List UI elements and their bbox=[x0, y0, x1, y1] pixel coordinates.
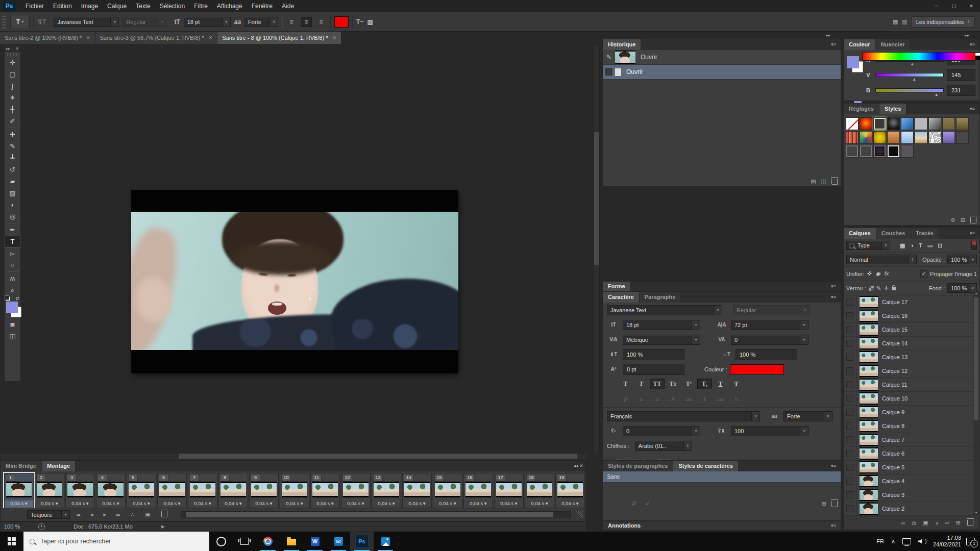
style-purple[interactable] bbox=[942, 131, 955, 144]
style-dark-knob[interactable] bbox=[887, 117, 900, 130]
filter-icon-3[interactable]: ▭ bbox=[927, 242, 933, 249]
task-view-button[interactable] bbox=[233, 532, 256, 551]
lock-position-icon[interactable]: ✛ bbox=[884, 285, 889, 292]
workspace-list-icon[interactable]: ▥ bbox=[902, 18, 907, 25]
pen-tool[interactable]: ✒ bbox=[5, 224, 20, 236]
vertical-scroll-thumb[interactable] bbox=[594, 132, 599, 265]
opentype-button-2[interactable]: st bbox=[650, 394, 665, 404]
dock-collapse-icon-2[interactable]: ▸▸ bbox=[965, 33, 969, 38]
vertical-scale-field[interactable]: 100 % bbox=[623, 349, 684, 360]
horizontal-scrollbar[interactable] bbox=[0, 453, 588, 460]
char-font-style-select[interactable]: Regular ▾ bbox=[733, 305, 810, 315]
frame-12[interactable]: 120,04 s ▾ bbox=[341, 473, 371, 508]
dodge-tool[interactable]: ◎ bbox=[5, 211, 20, 222]
tab-styles[interactable]: Styles bbox=[879, 104, 906, 114]
path-selection-tool[interactable]: ▻ bbox=[5, 247, 20, 259]
magic-wand-tool[interactable]: ✶ bbox=[5, 92, 20, 104]
quick-mask-button[interactable]: ◙ bbox=[5, 318, 20, 330]
frame-duration-select[interactable]: 0,04 s ▾ bbox=[127, 500, 156, 508]
start-button[interactable] bbox=[0, 532, 23, 551]
menu-item-sélection[interactable]: Sélection bbox=[155, 0, 189, 12]
layer-visibility-toggle[interactable] bbox=[844, 488, 856, 502]
font-style-select[interactable]: Regular ▾ bbox=[122, 17, 166, 27]
type-tool[interactable]: T bbox=[5, 236, 20, 247]
options-grip[interactable] bbox=[2, 15, 6, 29]
status-menu-arrow[interactable]: ▶ bbox=[161, 524, 165, 529]
hand-tool[interactable]: ʍ bbox=[5, 272, 20, 284]
layer-visibility-toggle[interactable] bbox=[844, 337, 856, 350]
font-family-select[interactable]: Javanese Text ▾ bbox=[54, 17, 119, 27]
opentype-button-3[interactable]: A bbox=[666, 394, 680, 404]
frame-11[interactable]: 110,04 s ▾ bbox=[310, 473, 340, 508]
play-button[interactable]: ▸ bbox=[99, 511, 111, 518]
leading-select[interactable]: 72 pt ▾ bbox=[731, 320, 808, 330]
frame-16[interactable]: 160,04 s ▾ bbox=[463, 473, 493, 508]
zoom-tool[interactable]: ⌕ bbox=[5, 284, 20, 296]
clock[interactable]: 17:03 24/02/2021 bbox=[930, 535, 964, 548]
layer-row[interactable]: Calque 8 bbox=[844, 419, 979, 433]
style-metal[interactable] bbox=[928, 117, 941, 130]
toggle-panels-icon[interactable]: ▥ bbox=[367, 18, 373, 26]
document-tab-3[interactable]: Sans titre - 8 @ 100% (Calque 1, RVB/8) … bbox=[217, 32, 341, 44]
frame-duration-select[interactable]: 0,04 s ▾ bbox=[372, 500, 401, 508]
delete-frame-button[interactable] bbox=[157, 511, 172, 518]
anti-alias-select[interactable]: Forte ⇕ bbox=[244, 17, 278, 27]
maximize-button[interactable]: ◻ bbox=[945, 1, 963, 12]
align-left-button[interactable]: ≡ bbox=[286, 17, 297, 27]
frame-duration-select[interactable]: 0,04 s ▾ bbox=[341, 500, 370, 508]
channel-slider[interactable]: ▲ bbox=[875, 88, 944, 92]
network-icon[interactable] bbox=[899, 532, 915, 551]
dock-collapse-icon[interactable]: ▸▸ bbox=[826, 33, 830, 38]
frame-1[interactable]: 10,04 s ▾ bbox=[4, 473, 34, 508]
cortana-button[interactable] bbox=[209, 532, 233, 551]
scroll-down-icon[interactable]: ▾ bbox=[973, 511, 979, 515]
lock-transparency-icon[interactable] bbox=[869, 286, 874, 291]
menu-item-fenêtre[interactable]: Fenêtre bbox=[247, 0, 277, 12]
underline-button[interactable]: T bbox=[713, 379, 728, 389]
current-tool-button[interactable]: T ▾ bbox=[10, 15, 30, 29]
style-black-frame[interactable] bbox=[887, 145, 900, 158]
frame-4[interactable]: 40,04 s ▾ bbox=[96, 473, 126, 508]
photos-button[interactable] bbox=[374, 532, 397, 551]
history-step[interactable]: ✎Ouvrir bbox=[603, 50, 841, 65]
layers-scrollbar[interactable]: ▴ ▾ bbox=[973, 291, 979, 515]
layer-visibility-toggle[interactable] bbox=[844, 447, 856, 460]
layer-visibility-toggle[interactable] bbox=[844, 474, 856, 488]
layer-row[interactable]: Calque 5 bbox=[844, 461, 979, 474]
layer-row[interactable]: Calque 12 bbox=[844, 364, 979, 378]
tab-montage[interactable]: Montage bbox=[42, 461, 76, 471]
warp-text-icon[interactable]: T~ bbox=[356, 18, 363, 26]
close-icon[interactable]: ✕ bbox=[579, 463, 583, 468]
volume-icon[interactable] bbox=[915, 532, 930, 551]
marquee-tool[interactable]: ▢ bbox=[5, 68, 20, 80]
close-icon[interactable]: ✕ bbox=[209, 35, 213, 40]
tab-styles-paragraphes[interactable]: Styles de paragraphes bbox=[603, 461, 673, 471]
workspace-switcher[interactable]: Les indispensables ⇕ bbox=[912, 16, 975, 28]
layer-visibility-toggle[interactable] bbox=[844, 392, 856, 405]
workspace-grid-icon[interactable]: ▦ bbox=[893, 18, 898, 25]
style-lightblue[interactable] bbox=[901, 131, 914, 144]
new-style-icon[interactable]: ⊞ bbox=[822, 500, 826, 507]
language-select[interactable]: Français ⇕ bbox=[607, 411, 760, 421]
opentype-button-5[interactable]: T bbox=[697, 394, 712, 404]
style-flat-dark[interactable] bbox=[956, 131, 969, 144]
menu-item-texte[interactable]: Texte bbox=[131, 0, 155, 12]
unify-icon-0[interactable]: ✜ bbox=[867, 270, 871, 277]
tab-traces[interactable]: Tracés bbox=[911, 228, 939, 239]
layer-row[interactable]: Calque 4 bbox=[844, 474, 979, 488]
panel-menu-icon[interactable]: ▾≡ bbox=[826, 282, 841, 291]
screen-mode-button[interactable]: ◫ bbox=[5, 330, 20, 342]
crop-tool[interactable]: ╃ bbox=[5, 104, 20, 115]
menu-item-calque[interactable]: Calque bbox=[103, 0, 131, 12]
layer-visibility-toggle[interactable] bbox=[844, 502, 856, 515]
new-group-icon[interactable]: ▱ bbox=[945, 519, 949, 526]
menu-item-edition[interactable]: Edition bbox=[48, 0, 77, 12]
resize-grip[interactable] bbox=[576, 511, 583, 518]
frame-duration-select[interactable]: 0,04 s ▾ bbox=[188, 500, 217, 508]
menu-item-affichage[interactable]: Affichage bbox=[212, 0, 247, 12]
style-landscape[interactable] bbox=[915, 131, 927, 144]
add-mask-icon[interactable]: ▣ bbox=[923, 519, 928, 526]
tab-annotations[interactable]: Annotations bbox=[603, 521, 646, 530]
style-red-stripes[interactable] bbox=[846, 131, 859, 144]
tab-couches[interactable]: Couches bbox=[876, 228, 911, 239]
